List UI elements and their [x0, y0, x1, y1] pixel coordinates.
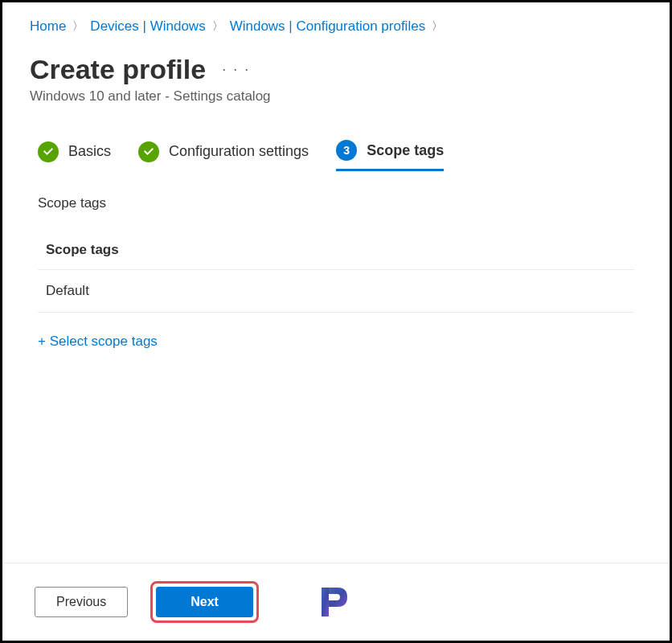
- page-title: Create profile: [30, 54, 206, 85]
- select-scope-tags-link[interactable]: + Select scope tags: [2, 313, 670, 371]
- check-icon: [138, 141, 159, 162]
- step-label: Configuration settings: [169, 143, 309, 160]
- more-actions-icon[interactable]: · · ·: [222, 61, 250, 78]
- step-configuration-settings[interactable]: Configuration settings: [138, 141, 309, 170]
- breadcrumb-config-profiles[interactable]: Windows | Configuration profiles: [230, 18, 425, 35]
- step-label: Scope tags: [367, 142, 444, 159]
- highlight-annotation: Next: [150, 581, 259, 623]
- chevron-right-icon: 〉: [72, 19, 84, 34]
- next-button[interactable]: Next: [156, 587, 253, 617]
- step-label: Basics: [68, 143, 111, 160]
- brand-logo-icon: [317, 584, 352, 620]
- step-scope-tags[interactable]: 3 Scope tags: [336, 140, 444, 171]
- scope-tags-table: Scope tags Default: [2, 227, 670, 313]
- table-header: Scope tags: [38, 227, 634, 270]
- page-subtitle: Windows 10 and later - Settings catalog: [2, 88, 670, 129]
- step-basics[interactable]: Basics: [38, 141, 111, 170]
- step-number-icon: 3: [336, 140, 357, 161]
- chevron-right-icon: 〉: [432, 19, 443, 34]
- svg-rect-0: [322, 588, 329, 616]
- chevron-right-icon: 〉: [212, 19, 223, 34]
- section-label: Scope tags: [2, 171, 670, 227]
- breadcrumb-home[interactable]: Home: [30, 18, 66, 35]
- wizard-footer: Previous Next: [2, 563, 670, 641]
- breadcrumb-devices[interactable]: Devices | Windows: [90, 18, 205, 35]
- wizard-steps: Basics Configuration settings 3 Scope ta…: [2, 129, 670, 171]
- previous-button[interactable]: Previous: [35, 587, 128, 617]
- check-icon: [38, 141, 59, 162]
- breadcrumb: Home 〉 Devices | Windows 〉 Windows | Con…: [2, 2, 670, 43]
- table-row: Default: [38, 270, 634, 313]
